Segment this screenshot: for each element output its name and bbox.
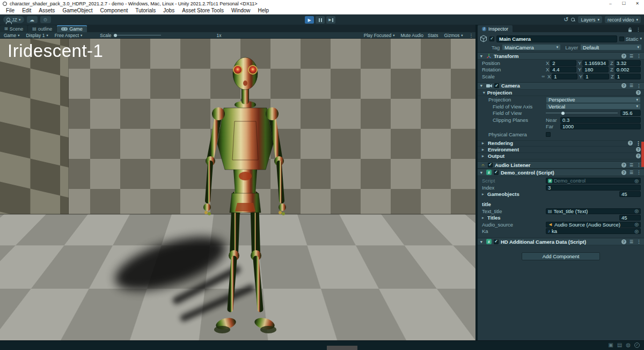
menu-help[interactable]: Help xyxy=(254,8,273,13)
fov-value-field[interactable]: 35.6 xyxy=(620,110,641,116)
projection-dropdown[interactable]: Perspective ▾ xyxy=(546,97,641,103)
account-dropdown[interactable]: JZ ▾ xyxy=(3,16,24,23)
hd-camera-data-header[interactable]: ▾ # ✓ HD Additional Camera Data (Script)… xyxy=(478,238,644,245)
add-component-button[interactable]: Add Component xyxy=(522,252,600,260)
index-field[interactable]: 3 xyxy=(546,185,641,191)
display-dropdown[interactable]: Display 1 ▾ xyxy=(24,33,49,38)
help-icon[interactable]: ? xyxy=(621,54,626,59)
object-picker-icon[interactable]: ◎ xyxy=(634,222,639,227)
menu-gameobject[interactable]: GameObject xyxy=(58,8,96,13)
play-focused-dropdown[interactable]: Play Focused ▾ xyxy=(362,33,397,38)
static-control[interactable]: Static ▾ xyxy=(619,36,642,42)
gameobject-cube-icon[interactable] xyxy=(480,35,487,42)
next-shader-button[interactable]: › xyxy=(459,319,464,333)
prev-shader-button[interactable]: ‹ xyxy=(449,319,453,333)
cloud-button[interactable]: ☁ xyxy=(27,16,38,23)
help-icon[interactable]: ? xyxy=(636,154,641,158)
scale-y-field[interactable]: 1 xyxy=(583,74,609,79)
position-z-field[interactable]: 3.32 xyxy=(614,60,641,66)
fov-slider[interactable] xyxy=(546,113,618,113)
tag-dropdown[interactable]: MainCamera ▾ xyxy=(502,44,561,50)
menu-edit[interactable]: Edit xyxy=(18,8,35,13)
rotation-x-field[interactable]: 4.4 xyxy=(550,67,576,72)
kebab-icon[interactable]: ⋮ xyxy=(636,53,641,59)
mute-audio-toggle[interactable]: Mute Audio xyxy=(401,33,424,38)
preset-icon[interactable]: ☰ xyxy=(630,54,633,59)
hd-camera-data-checkbox[interactable]: ✓ xyxy=(494,239,499,244)
game-toolbar-kebab-icon[interactable]: ⋮ xyxy=(469,33,474,38)
step-button[interactable]: ▶ xyxy=(326,16,335,24)
menu-assets[interactable]: Assets xyxy=(35,8,58,13)
foldout-icon[interactable]: ▾ xyxy=(483,90,485,95)
foldout-icon[interactable]: ▾ xyxy=(480,170,484,175)
help-icon[interactable]: ? xyxy=(621,170,626,175)
help-icon[interactable]: ? xyxy=(621,83,626,88)
layer-dropdown[interactable]: Default ▾ xyxy=(580,44,642,50)
pause-button[interactable] xyxy=(316,16,325,24)
far-field[interactable]: 1000 xyxy=(560,123,641,129)
static-checkbox[interactable] xyxy=(619,37,624,41)
tab-game[interactable]: Game xyxy=(57,25,87,32)
near-field[interactable]: 0.3 xyxy=(560,117,641,123)
preset-icon[interactable]: ☰ xyxy=(630,83,633,88)
help-icon[interactable]: ? xyxy=(636,90,641,95)
menu-window[interactable]: Window xyxy=(228,8,254,13)
projection-group-header[interactable]: ▾ Projection ? xyxy=(478,90,644,97)
script-object-field[interactable]: # Demo_control ◎ xyxy=(546,178,641,184)
foldout-icon[interactable]: ▾ xyxy=(480,239,484,244)
tab-inspector[interactable]: i Inspector xyxy=(478,25,513,32)
foldout-icon[interactable]: ▾ xyxy=(480,83,484,88)
rendering-foldout[interactable]: ▸ Rendering ?⋮ xyxy=(478,140,644,147)
lock-icon[interactable] xyxy=(628,27,632,32)
scale-slider-knob[interactable] xyxy=(114,34,117,37)
audio-listener-checkbox[interactable]: ✓ xyxy=(488,163,493,167)
text-title-object-field[interactable]: ▤ Text_title (Text) ◎ xyxy=(546,208,641,214)
camera-enabled-checkbox[interactable]: ✓ xyxy=(494,83,499,88)
foldout-icon[interactable]: ▾ xyxy=(480,54,484,59)
demo-control-checkbox[interactable]: ✓ xyxy=(494,170,499,175)
ka-object-field[interactable]: ♪ ka ◎ xyxy=(546,228,641,234)
gameobject-name-field[interactable]: Main Camera xyxy=(496,35,617,42)
preset-icon[interactable]: ☰ xyxy=(630,170,633,175)
scale-slider[interactable] xyxy=(114,35,161,35)
game-viewport[interactable]: Iridescent-1 ‹ › xyxy=(0,39,475,340)
camera-header[interactable]: ▾ ✓ Camera ? ☰ ⋮ xyxy=(478,82,644,90)
physical-camera-checkbox[interactable] xyxy=(546,132,551,137)
scale-x-field[interactable]: 1 xyxy=(552,74,577,79)
object-picker-icon[interactable]: ◎ xyxy=(634,229,639,234)
menu-file[interactable]: File xyxy=(2,8,18,13)
tab-outline[interactable]: ▤ outline xyxy=(28,25,56,32)
rotation-y-field[interactable]: 180 xyxy=(582,67,609,72)
transform-header[interactable]: ▾ Transform ? ☰ ⋮ xyxy=(478,52,644,60)
menu-tutorials[interactable]: Tutorials xyxy=(131,8,159,13)
inspector-kebab-icon[interactable]: ⋮ xyxy=(636,27,641,32)
layout-dropdown[interactable]: record video ▾ xyxy=(605,16,641,23)
fov-slider-knob[interactable] xyxy=(561,112,565,115)
gizmos-dropdown[interactable]: Gizmos ▾ xyxy=(442,33,464,38)
gameobjects-count-field[interactable]: 45 xyxy=(619,191,641,197)
maximize-button[interactable]: ☐ xyxy=(617,0,631,7)
demo-control-header[interactable]: ▾ # ✓ Demo_control (Script) ? ☰ ⋮ xyxy=(478,169,644,176)
network-activity-icon[interactable]: ◍ xyxy=(626,342,631,348)
minimize-button[interactable]: – xyxy=(604,0,617,7)
help-icon[interactable]: ? xyxy=(636,147,641,152)
game-view-dropdown[interactable]: Game ▾ xyxy=(2,33,21,38)
layers-dropdown[interactable]: Layers ▾ xyxy=(578,16,602,23)
preset-icon[interactable]: ☰ xyxy=(630,163,633,167)
position-x-field[interactable]: 2 xyxy=(550,60,576,66)
menu-component[interactable]: Component xyxy=(97,8,132,13)
object-picker-icon[interactable]: ◎ xyxy=(634,208,639,214)
undo-history-icon[interactable]: ↺ xyxy=(564,16,568,23)
kebab-icon[interactable]: ⋮ xyxy=(636,141,641,146)
aspect-dropdown[interactable]: Free Aspect ▾ xyxy=(53,33,84,38)
environment-foldout[interactable]: ▸ Environment ? xyxy=(478,147,644,153)
menu-asset-store-tools[interactable]: Asset Store Tools xyxy=(178,8,228,13)
help-icon[interactable]: ? xyxy=(621,239,626,244)
scale-z-field[interactable]: 1 xyxy=(615,74,641,79)
kebab-icon[interactable]: ⋮ xyxy=(636,239,641,244)
object-picker-icon[interactable]: ◎ xyxy=(634,178,639,184)
kebab-icon[interactable]: ⋮ xyxy=(636,83,641,89)
foldout-icon[interactable]: ▸ xyxy=(482,215,486,220)
constrain-proportions-icon[interactable]: ∞ xyxy=(540,74,546,79)
foldout-icon[interactable]: ▸ xyxy=(482,192,486,196)
